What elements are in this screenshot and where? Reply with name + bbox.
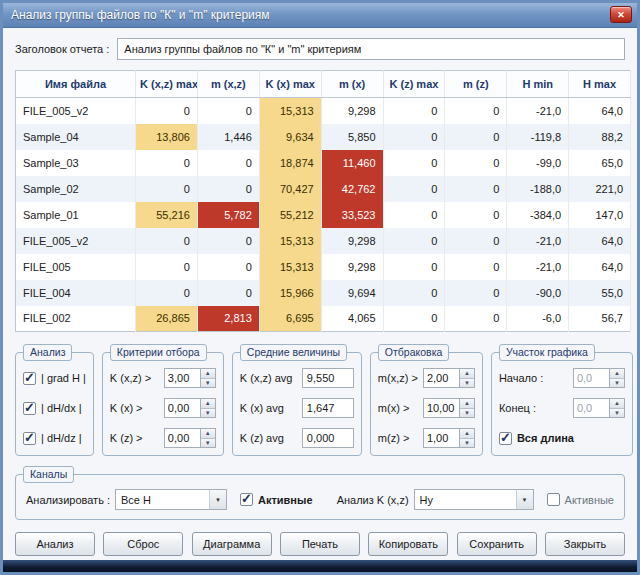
spin-down-icon[interactable]: ▼ [201, 379, 215, 388]
value-cell: 9,298 [321, 228, 383, 254]
spinner-buttons[interactable]: ▲▼ [609, 369, 624, 387]
analyze-channel-select[interactable]: Все H ▼ [115, 489, 227, 510]
value-cell: 0 [383, 228, 445, 254]
mx-threshold-spinner[interactable]: 10,00 ▲▼ [423, 398, 475, 418]
range-start-label: Начало : [499, 372, 543, 384]
column-header[interactable]: H max [569, 71, 631, 98]
reset-button[interactable]: Сброс [103, 532, 183, 556]
spinner-value: 2,00 [424, 369, 459, 387]
spin-up-icon[interactable]: ▲ [460, 399, 474, 409]
dhdz-label: | dH/dz | [41, 432, 82, 444]
column-header[interactable]: K (x,z) max [136, 71, 198, 98]
table-row[interactable]: FILE_0050015,3139,29800-21,064,0 [16, 254, 631, 280]
value-cell: 5,850 [321, 124, 383, 150]
value-cell: 0 [136, 98, 198, 124]
value-cell: 0 [445, 306, 507, 332]
spin-down-icon[interactable]: ▼ [460, 379, 474, 388]
close-icon[interactable]: ✕ [610, 6, 632, 23]
kx-threshold-spinner[interactable]: 0,00 ▲▼ [164, 398, 216, 418]
analyze-button[interactable]: Анализ [15, 532, 95, 556]
value-cell: 0 [383, 306, 445, 332]
save-button[interactable]: Сохранить [457, 532, 537, 556]
file-name-cell: FILE_005_v2 [16, 98, 136, 124]
value-cell: 2,813 [197, 306, 259, 332]
active-channels-checkbox[interactable]: ✓ [240, 493, 253, 506]
spinner-buttons[interactable]: ▲▼ [609, 399, 624, 417]
spin-up-icon[interactable]: ▲ [460, 429, 474, 439]
value-cell: 0 [383, 176, 445, 202]
spinner-buttons[interactable]: ▲▼ [459, 429, 474, 447]
dropdown-arrow-icon[interactable]: ▼ [209, 490, 226, 509]
spin-up-icon[interactable]: ▲ [201, 429, 215, 439]
value-cell: 0 [197, 228, 259, 254]
copy-button[interactable]: Копировать [368, 532, 448, 556]
table-row[interactable]: FILE_005_v20015,3139,29800-21,064,0 [16, 228, 631, 254]
value-cell: 0 [136, 228, 198, 254]
file-name-cell: FILE_002 [16, 306, 136, 332]
kxz-avg-value: 9,550 [302, 368, 354, 388]
range-end-spinner[interactable]: 0,0 ▲▼ [573, 398, 625, 418]
spin-down-icon[interactable]: ▼ [460, 439, 474, 448]
spinner-buttons[interactable]: ▲▼ [459, 369, 474, 387]
value-cell: 9,634 [259, 124, 321, 150]
full-length-checkbox[interactable]: ✓ [499, 432, 512, 445]
results-table: Имя файлаK (x,z) maxm (x,z)K (x) maxm (x… [15, 70, 631, 332]
column-header[interactable]: K (x) max [259, 71, 321, 98]
rejection-title: Отбраковка [378, 344, 449, 361]
spin-up-icon[interactable]: ▲ [201, 399, 215, 409]
kxz-threshold-spinner[interactable]: 3,00 ▲▼ [164, 368, 216, 388]
column-header[interactable]: K (z) max [383, 71, 445, 98]
value-cell: 9,694 [321, 280, 383, 306]
column-header[interactable]: m (x,z) [197, 71, 259, 98]
table-row[interactable]: Sample_0155,2165,78255,21233,52300-384,0… [16, 202, 631, 228]
table-row[interactable]: Sample_0413,8061,4469,6345,85000-119,888… [16, 124, 631, 150]
table-row[interactable]: FILE_00226,8652,8136,6954,06500-6,056,7 [16, 306, 631, 332]
column-header[interactable]: Имя файла [16, 71, 136, 98]
spin-down-icon[interactable]: ▼ [610, 379, 624, 388]
dhdx-checkbox[interactable]: ✓ [23, 402, 36, 415]
spin-up-icon[interactable]: ▲ [610, 369, 624, 379]
analyze-channel-label: Анализировать : [26, 494, 110, 506]
spin-down-icon[interactable]: ▼ [460, 409, 474, 418]
table-row[interactable]: FILE_005_v20015,3139,29800-21,064,0 [16, 98, 631, 124]
spin-up-icon[interactable]: ▲ [610, 399, 624, 409]
dropdown-arrow-icon[interactable]: ▼ [516, 490, 533, 509]
spinner-buttons[interactable]: ▲▼ [200, 429, 215, 447]
table-row[interactable]: Sample_020070,42742,76200-188,0221,0 [16, 176, 631, 202]
mxz-threshold-spinner[interactable]: 2,00 ▲▼ [423, 368, 475, 388]
value-cell: 15,313 [259, 98, 321, 124]
column-header[interactable]: H min [507, 71, 569, 98]
spinner-buttons[interactable]: ▲▼ [459, 399, 474, 417]
table-row[interactable]: FILE_0040015,9669,69400-90,055,0 [16, 280, 631, 306]
spin-down-icon[interactable]: ▼ [610, 409, 624, 418]
value-cell: 64,0 [569, 254, 631, 280]
window-bottom-border [3, 560, 637, 572]
value-cell: 0 [445, 280, 507, 306]
kxz-channel-select[interactable]: Hy ▼ [414, 489, 534, 510]
kx-avg-value: 1,647 [302, 398, 354, 418]
print-button[interactable]: Печать [280, 532, 360, 556]
table-row[interactable]: Sample_030018,87411,46000-99,065,0 [16, 150, 631, 176]
grad-h-checkbox[interactable]: ✓ [23, 372, 36, 385]
column-header[interactable]: m (x) [321, 71, 383, 98]
title-bar[interactable]: Анализ группы файлов по "К" и "m" критер… [3, 3, 637, 28]
window-title: Анализ группы файлов по "К" и "m" критер… [11, 8, 270, 22]
spin-down-icon[interactable]: ▼ [201, 439, 215, 448]
kz-threshold-spinner[interactable]: 0,00 ▲▼ [164, 428, 216, 448]
spinner-buttons[interactable]: ▲▼ [200, 399, 215, 417]
value-cell: 0 [383, 150, 445, 176]
report-title-input[interactable] [117, 38, 625, 60]
spin-down-icon[interactable]: ▼ [201, 409, 215, 418]
column-header[interactable]: m (z) [445, 71, 507, 98]
close-dialog-button[interactable]: Закрыть [545, 532, 625, 556]
spin-up-icon[interactable]: ▲ [460, 369, 474, 379]
dhdz-checkbox[interactable]: ✓ [23, 432, 36, 445]
mz-threshold-spinner[interactable]: 1,00 ▲▼ [423, 428, 475, 448]
value-cell: 55,212 [259, 202, 321, 228]
spin-up-icon[interactable]: ▲ [201, 369, 215, 379]
active-kxz-checkbox[interactable]: ✓ [547, 493, 560, 506]
spinner-buttons[interactable]: ▲▼ [200, 369, 215, 387]
diagram-button[interactable]: Диаграмма [192, 532, 272, 556]
range-start-spinner[interactable]: 0,0 ▲▼ [573, 368, 625, 388]
value-cell: -90,0 [507, 280, 569, 306]
